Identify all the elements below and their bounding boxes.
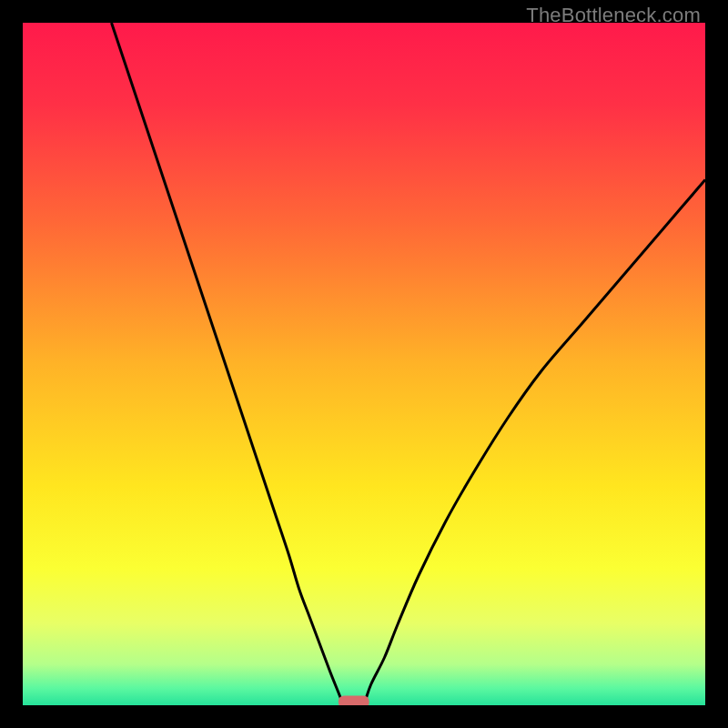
chart-frame xyxy=(23,23,705,705)
source-watermark: TheBottleneck.com xyxy=(526,4,701,27)
gradient-background xyxy=(23,23,705,705)
bottleneck-curve-plot xyxy=(23,23,705,705)
minimum-marker xyxy=(339,696,369,706)
